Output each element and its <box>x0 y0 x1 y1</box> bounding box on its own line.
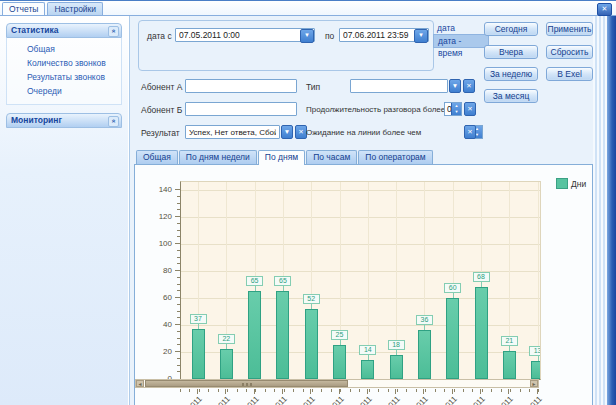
quick-button-1[interactable]: Вчера <box>484 45 538 59</box>
y-tick <box>175 243 180 244</box>
report-tab-0[interactable]: Общая <box>136 150 178 164</box>
chart-bar <box>503 351 516 379</box>
date-to-wrap: ▼ <box>339 28 429 42</box>
bar-label-stem <box>424 325 425 330</box>
y-tick <box>175 189 180 190</box>
x-tick-minor <box>180 389 181 392</box>
x-tick-minor <box>265 389 266 392</box>
sidebar-item-0-2[interactable]: Результаты звонков <box>7 70 121 84</box>
collapse-icon[interactable]: » <box>108 26 119 37</box>
quick-button-0[interactable]: Сегодня <box>484 22 538 36</box>
type-label: Тип <box>306 82 320 92</box>
bar-value-label: 60 <box>444 283 461 293</box>
duration-clear-icon[interactable]: ✕ <box>464 102 476 116</box>
x-tick-minor <box>501 389 502 392</box>
abonent-a-label: Абонент А <box>141 82 182 92</box>
bar-label-stem <box>396 350 397 355</box>
x-tick-minor <box>312 389 313 392</box>
x-axis-label: 05.2011 <box>312 394 346 405</box>
top-tab-0[interactable]: Отчеты <box>2 2 45 15</box>
close-icon[interactable]: ✕ <box>597 3 612 16</box>
chart-bar <box>276 291 289 379</box>
y-tick-minor <box>177 250 180 251</box>
chart-bar <box>248 291 261 379</box>
bar-value-label: 22 <box>218 334 235 344</box>
y-tick-minor <box>177 203 180 204</box>
mode-date[interactable]: дата <box>433 22 489 34</box>
duration-label: Продолжительность разговора более чем <box>306 105 462 114</box>
abonent-b-input[interactable] <box>185 102 297 116</box>
y-axis-label: 80 <box>144 266 172 275</box>
sidebar-item-0-1[interactable]: Количество звонков <box>7 56 121 70</box>
report-tab-3[interactable]: По часам <box>306 150 357 164</box>
action-button-2[interactable]: В Exel <box>546 67 593 81</box>
y-tick <box>175 324 180 325</box>
x-tick-minor <box>246 389 247 392</box>
bar-value-label: 65 <box>246 276 263 286</box>
spinner-arrows-icon[interactable]: ▲▼ <box>451 103 461 115</box>
scrollbar-thumb[interactable] <box>145 380 348 387</box>
report-tab-strip: ОбщаяПо дням неделиПо днямПо часамПо опе… <box>136 150 434 164</box>
x-tick-minor <box>237 389 238 392</box>
duration-spinner[interactable]: 0 ▲▼ <box>444 102 462 116</box>
x-tick-minor <box>350 389 351 392</box>
bar-label-stem <box>311 304 312 309</box>
bar-label-stem <box>509 346 510 351</box>
scroll-right-icon[interactable]: ► <box>530 380 538 387</box>
report-tab-2[interactable]: По дням <box>258 150 305 165</box>
y-axis-label: 20 <box>144 347 172 356</box>
bar-value-label: 25 <box>331 330 348 340</box>
mode-date-time[interactable]: дата - время <box>433 34 489 48</box>
calendar-dropdown-icon[interactable]: ▼ <box>414 29 428 43</box>
collapse-icon[interactable]: » <box>108 116 119 127</box>
type-combo[interactable] <box>350 79 448 93</box>
type-dropdown-icon[interactable]: ▼ <box>449 79 461 93</box>
sidebar-item-0-0[interactable]: Общая <box>7 42 121 56</box>
date-to-label: по <box>325 31 334 41</box>
scroll-left-icon[interactable]: ◄ <box>136 380 144 387</box>
bar-label-stem <box>481 282 482 287</box>
x-tick <box>225 389 226 394</box>
y-tick-minor <box>177 338 180 339</box>
calendar-dropdown-icon[interactable]: ▼ <box>300 29 314 43</box>
abonent-b-label: Абонент Б <box>141 105 182 115</box>
chart-bar <box>333 345 346 379</box>
x-axis-label: 06.2011 <box>199 394 233 405</box>
y-tick-minor <box>177 311 180 312</box>
x-axis-label: 06.2011 <box>227 394 261 405</box>
bar-label-stem <box>538 356 539 361</box>
sidebar-group-header-1[interactable]: Мониторинг» <box>6 113 122 128</box>
x-tick-minor <box>529 389 530 392</box>
chart-bar <box>390 355 403 379</box>
x-tick <box>310 389 311 394</box>
sidebar-item-0-3[interactable]: Очереди <box>7 84 121 98</box>
result-label: Результат <box>141 128 180 138</box>
x-tick-minor <box>538 389 539 392</box>
top-tab-1[interactable]: Настройки <box>47 2 103 15</box>
bar-label-stem <box>283 286 284 291</box>
report-tab-4[interactable]: По операторам <box>358 150 432 164</box>
type-clear-icon[interactable]: ✕ <box>463 79 475 93</box>
chart-scrollbar[interactable]: ◄ ► <box>135 379 539 388</box>
result-combo[interactable] <box>185 125 280 139</box>
x-axis-label: 05.2011 <box>482 394 516 405</box>
sidebar-group-header-0[interactable]: Статистика» <box>6 23 122 38</box>
y-axis-label: 140 <box>144 185 172 194</box>
bar-value-label: 52 <box>303 294 320 304</box>
abonent-a-input[interactable] <box>185 79 297 93</box>
legend-label: Дни <box>571 179 586 189</box>
report-tab-1[interactable]: По дням недели <box>179 150 257 164</box>
quick-button-2[interactable]: За неделю <box>484 67 538 81</box>
date-from-input[interactable] <box>175 28 315 42</box>
x-tick-minor <box>425 389 426 392</box>
quick-button-3[interactable]: За месяц <box>484 89 538 103</box>
action-button-0[interactable]: Применить <box>546 22 593 36</box>
result-dropdown-icon[interactable]: ▼ <box>281 125 293 139</box>
bar-label-stem <box>340 340 341 345</box>
chart-bar <box>220 349 233 379</box>
waiting-clear-icon[interactable]: ✕ <box>464 125 476 139</box>
y-tick-minor <box>177 257 180 258</box>
action-button-1[interactable]: Сбросить <box>546 45 593 59</box>
x-tick-minor <box>218 389 219 392</box>
x-axis-label: 06.2011 <box>284 394 318 405</box>
